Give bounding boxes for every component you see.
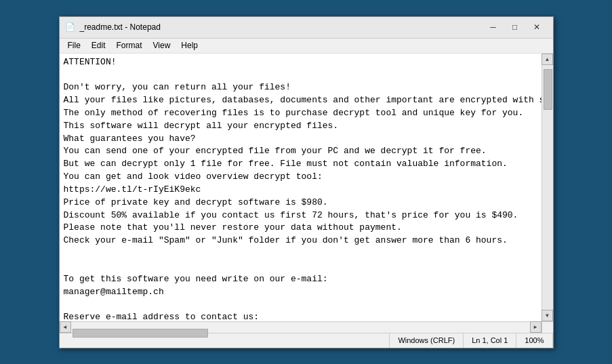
- app-icon: 📄: [65, 22, 76, 33]
- menu-format[interactable]: Format: [111, 39, 148, 52]
- menu-edit[interactable]: Edit: [86, 39, 111, 52]
- horizontal-scrollbar[interactable]: ◄ ►: [60, 322, 542, 333]
- status-zoom: 100%: [516, 333, 552, 348]
- close-button[interactable]: ✕: [526, 18, 548, 37]
- menu-bar: File Edit Format View Help: [60, 39, 553, 54]
- minimize-button[interactable]: ─: [483, 18, 504, 37]
- scroll-right-arrow[interactable]: ►: [530, 321, 542, 333]
- window-controls: ─ □ ✕: [483, 18, 548, 37]
- bottom-bar: ◄ ►: [60, 321, 553, 333]
- window-title: _readme.txt - Notepad: [80, 22, 483, 32]
- menu-view[interactable]: View: [148, 39, 176, 52]
- scroll-thumb-vertical[interactable]: [544, 69, 552, 110]
- menu-file[interactable]: File: [62, 39, 86, 52]
- scroll-left-arrow[interactable]: ◄: [60, 321, 71, 333]
- status-position: Ln 1, Col 1: [464, 333, 516, 348]
- menu-help[interactable]: Help: [176, 39, 203, 52]
- notepad-window: 📄 _readme.txt - Notepad ─ □ ✕ File Edit …: [59, 16, 554, 348]
- editor-content[interactable]: ATTENTION! Don't worry, you can return a…: [60, 54, 542, 321]
- editor-text[interactable]: ATTENTION! Don't worry, you can return a…: [60, 54, 542, 321]
- scrollbar-corner: [542, 322, 553, 333]
- editor-container: ATTENTION! Don't worry, you can return a…: [60, 54, 553, 321]
- scroll-thumb-horizontal[interactable]: [73, 329, 208, 338]
- status-encoding: Windows (CRLF): [390, 333, 464, 348]
- maximize-button[interactable]: □: [504, 18, 526, 37]
- scroll-track-vertical[interactable]: [542, 65, 553, 310]
- scroll-up-arrow[interactable]: ▲: [542, 54, 553, 65]
- vertical-scrollbar[interactable]: ▲ ▼: [542, 54, 553, 321]
- title-bar: 📄 _readme.txt - Notepad ─ □ ✕: [60, 17, 553, 39]
- scroll-down-arrow[interactable]: ▼: [542, 310, 553, 321]
